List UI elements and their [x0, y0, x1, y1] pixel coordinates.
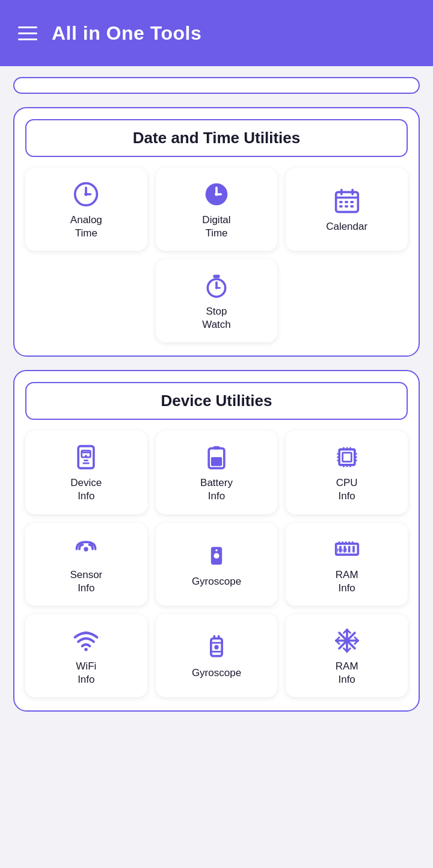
- calendar-icon: [334, 188, 360, 214]
- device-utilities-section-header: Device Utilities: [25, 382, 408, 420]
- svg-rect-13: [345, 201, 348, 203]
- ram-info-label-2: RAMInfo: [336, 660, 358, 686]
- previous-section-stub: [13, 77, 420, 94]
- svg-point-22: [215, 287, 218, 289]
- gyroscope-button-2[interactable]: Gyroscope: [156, 614, 278, 697]
- clock-filled-icon: [203, 181, 230, 208]
- calendar-label: Calendar: [326, 220, 367, 233]
- svg-rect-34: [342, 453, 351, 462]
- calendar-button[interactable]: Calendar: [286, 168, 408, 251]
- app-header: All in One Tools: [0, 0, 433, 66]
- analog-time-button[interactable]: AnalogTime: [25, 168, 147, 251]
- ram-icon-1: RAM: [334, 536, 360, 562]
- svg-rect-31: [213, 446, 220, 450]
- svg-text:RAM: RAM: [337, 547, 347, 552]
- clock-outline-icon: [73, 181, 99, 208]
- svg-rect-55: [352, 546, 355, 552]
- date-time-title: Date and Time Utilities: [133, 129, 300, 147]
- svg-rect-17: [350, 205, 354, 208]
- battery-icon: [203, 444, 230, 470]
- date-time-section-header: Date and Time Utilities: [25, 119, 408, 157]
- stop-watch-label: StopWatch: [202, 305, 231, 331]
- svg-rect-24: [82, 452, 91, 454]
- gyroscope-label-1: Gyroscope: [192, 575, 241, 588]
- gyroscope-icon-1: [203, 543, 230, 569]
- svg-point-47: [84, 547, 88, 551]
- menu-button[interactable]: [18, 26, 37, 40]
- svg-rect-54: [348, 546, 350, 552]
- sensor-icon: [73, 536, 99, 562]
- svg-point-7: [215, 192, 218, 196]
- battery-info-label: BatteryInfo: [200, 476, 233, 503]
- ram-info-button-1[interactable]: RAM RAMInfo: [286, 523, 408, 606]
- gyroscope-button-1[interactable]: Gyroscope: [156, 523, 278, 606]
- ram-info-label-1: RAMInfo: [336, 568, 358, 595]
- digital-time-button[interactable]: DigitalTime: [156, 168, 278, 251]
- stop-watch-button[interactable]: StopWatch: [156, 259, 278, 342]
- wifi-info-label: WiFiInfo: [76, 660, 96, 686]
- gyroscope-icon-2: [203, 634, 230, 660]
- sensor-info-button[interactable]: SensorInfo: [25, 523, 147, 606]
- date-time-grid: AnalogTime DigitalTime: [25, 168, 408, 342]
- svg-rect-16: [345, 205, 348, 208]
- device-info-label: DeviceInfo: [70, 476, 102, 503]
- snowflake-icon: [334, 627, 360, 654]
- wifi-info-button[interactable]: WiFiInfo: [25, 614, 147, 697]
- digital-time-label: DigitalTime: [202, 214, 230, 240]
- device-utilities-section: Device Utilities i DeviceInfo: [13, 370, 420, 712]
- svg-point-50: [215, 549, 218, 552]
- gyroscope-label-2: Gyroscope: [192, 666, 241, 680]
- svg-point-62: [85, 648, 88, 651]
- app-title: All in One Tools: [52, 22, 201, 45]
- date-time-section: Date and Time Utilities AnalogTime: [13, 107, 420, 357]
- sensor-info-label: SensorInfo: [70, 568, 102, 595]
- bottom-spacer: [0, 712, 433, 730]
- device-info-icon: i: [73, 444, 99, 470]
- svg-point-67: [214, 645, 218, 649]
- ram-info-button-2[interactable]: RAMInfo: [286, 614, 408, 697]
- svg-rect-14: [350, 201, 354, 203]
- analog-time-label: AnalogTime: [70, 214, 102, 240]
- device-utilities-grid: i DeviceInfo BatteryInfo: [25, 431, 408, 697]
- cpu-info-button[interactable]: CPUInfo: [286, 431, 408, 514]
- svg-rect-12: [339, 201, 343, 203]
- svg-rect-18: [213, 275, 220, 279]
- cpu-info-label: CPUInfo: [336, 476, 358, 503]
- battery-info-button[interactable]: BatteryInfo: [156, 431, 278, 514]
- device-utilities-title: Device Utilities: [161, 392, 272, 410]
- svg-point-3: [85, 192, 88, 196]
- device-info-button[interactable]: i DeviceInfo: [25, 431, 147, 514]
- svg-rect-33: [339, 450, 355, 466]
- wifi-icon: [73, 627, 99, 654]
- svg-point-49: [213, 553, 219, 558]
- svg-rect-15: [339, 205, 343, 208]
- cpu-icon: [334, 444, 360, 470]
- watch-icon: [203, 272, 230, 299]
- svg-rect-32: [211, 457, 222, 466]
